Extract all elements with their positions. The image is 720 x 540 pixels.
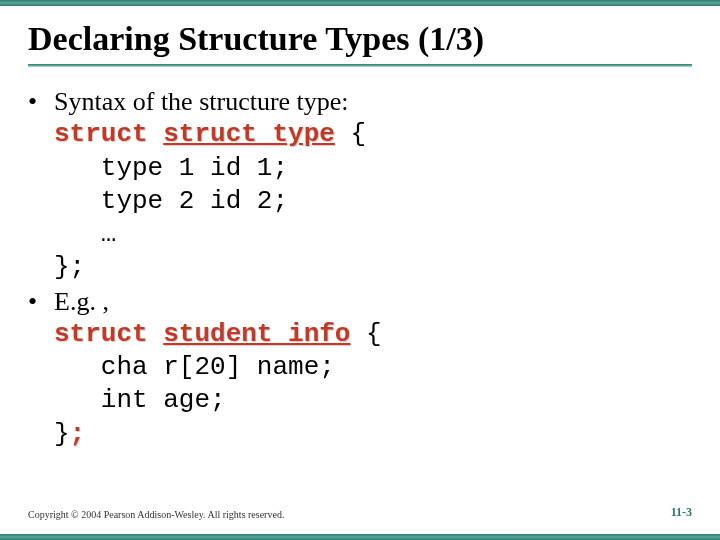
close-brace-1: }; [54,252,85,282]
open-brace-2: { [350,319,381,349]
semicolon-highlight: ; [70,419,86,449]
bullet-1-text: Syntax of the structure type: [54,85,692,118]
code2-line2: int age; [54,385,226,415]
code-block-2: struct student_info { cha r[20] name; in… [54,318,692,451]
bottom-border [0,534,720,540]
code-block-1: struct struct_type { type 1 id 1; type 2… [54,118,692,284]
page-number: 11-3 [671,505,692,520]
code1-line2: type 2 id 2; [54,186,288,216]
slide-body: Declaring Structure Types (1/3) • Syntax… [0,6,720,534]
title-underline [28,64,692,67]
open-brace-1: { [335,119,366,149]
code1-line3: … [54,219,116,249]
type-name-2: student_info [163,319,350,349]
keyword-struct: struct [54,319,148,349]
bullet-1: • Syntax of the structure type: [28,85,692,118]
close-brace-2: } [54,419,70,449]
bullet-dot: • [28,285,54,318]
bullet-dot: • [28,85,54,118]
bullet-2-text: E.g. , [54,285,692,318]
bullet-2: • E.g. , [28,285,692,318]
copyright-text: Copyright © 2004 Pearson Addison-Wesley.… [28,509,284,520]
type-name-1: struct_type [163,119,335,149]
keyword-struct: struct [54,119,148,149]
code2-line1: cha r[20] name; [54,352,335,382]
slide-content: • Syntax of the structure type: struct s… [28,85,692,451]
code1-line1: type 1 id 1; [54,153,288,183]
slide-title: Declaring Structure Types (1/3) [28,20,692,58]
